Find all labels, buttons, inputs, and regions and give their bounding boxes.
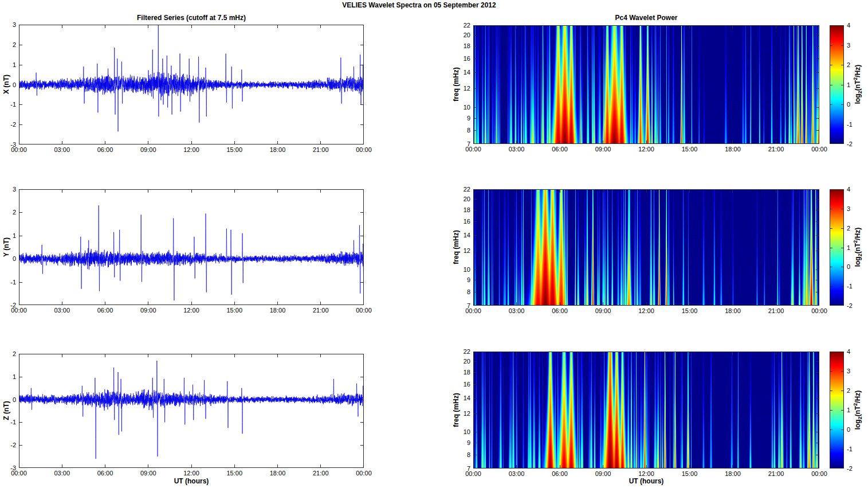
y-tick-label: 16 [464, 55, 470, 61]
y-tick-label: 0 [13, 396, 16, 403]
y-tick-label: 14 [464, 232, 470, 239]
colorbar-tick-label: 4 [847, 186, 850, 193]
x-tick-label: 09:00 [595, 308, 611, 314]
x-tick-label: 00:00 [11, 307, 27, 314]
y-tick-label: -1 [10, 279, 16, 285]
colorbar-tick-label: 2 [847, 62, 850, 68]
y-tick-label: 16 [464, 381, 470, 387]
x-tick-label: 00:00 [356, 147, 372, 153]
x-tick-label: 00:00 [356, 307, 372, 314]
x-tick-label: 12:00 [638, 146, 654, 153]
x-tick-label: 00:00 [356, 470, 372, 477]
x-tick-label: 09:00 [140, 147, 156, 153]
colorbar-tick-label: 2 [847, 388, 850, 394]
y-tick-label: 1 [13, 373, 16, 380]
y-tick-label: 7 [467, 303, 470, 309]
y-tick-label: 2 [13, 351, 16, 357]
colorbar-tick-label: 4 [847, 22, 850, 29]
colorbar-tick-label: 4 [847, 349, 850, 355]
colorbar-tick-label: -1 [847, 283, 853, 290]
colorbar-tick-label: 3 [847, 42, 850, 48]
colorbar-tick-label: 0 [847, 427, 850, 433]
y-tick-label: 18 [464, 369, 470, 375]
y-tick-label: 0 [13, 256, 16, 262]
x-tick-label: 15:00 [682, 146, 698, 153]
x-tick-label: 18:00 [270, 307, 286, 314]
y-tick-label: 14 [464, 395, 470, 401]
colorbar-tick-label: 0 [847, 101, 850, 108]
x-tick-label: 06:00 [552, 471, 568, 477]
z-axis-label-nT: Z (nT) [2, 401, 10, 420]
x-tick-label: 18:00 [725, 471, 741, 477]
y-tick-label: 12 [464, 410, 470, 416]
x-tick-label: 21:00 [768, 146, 784, 153]
x-tick-label: 21:00 [768, 308, 784, 314]
y-tick-label: 9 [467, 440, 470, 446]
freq-axis-label-3: freq (mHz) [452, 393, 460, 427]
y-tick-label: 2 [13, 209, 16, 216]
y-tick-label: 1 [13, 61, 16, 68]
y-tick-label: 16 [464, 218, 470, 225]
x-tick-label: 00:00 [465, 308, 481, 314]
x-tick-label: 09:00 [140, 307, 156, 314]
z-component-timeseries-plot: 00:0003:0006:0009:0012:0015:0018:0021:00… [19, 354, 364, 468]
y-tick-label: 3 [13, 22, 16, 28]
ut-hours-label-right: UT (hours) [473, 477, 819, 485]
y-component-timeseries-plot: 00:0003:0006:0009:0012:0015:0018:0021:00… [19, 189, 364, 305]
colorbar-z: 43210-1-2 [830, 352, 844, 469]
y-tick-label: 10 [464, 266, 470, 272]
x-tick-label: 15:00 [682, 471, 698, 477]
x-tick-label: 06:00 [552, 146, 568, 153]
x-tick-label: 09:00 [595, 146, 611, 153]
y-tick-label: -3 [10, 142, 16, 148]
x-tick-label: 21:00 [768, 471, 784, 477]
x-tick-label: 12:00 [183, 147, 199, 153]
x-tick-label: 15:00 [226, 147, 242, 153]
x-tick-label: 21:00 [313, 470, 329, 477]
colorbar-label-1: log2(nT2/Hz) [853, 65, 863, 104]
x-tick-label: 00:00 [811, 146, 827, 153]
x-tick-label: 09:00 [595, 471, 611, 477]
colorbar-tick-label: -2 [847, 466, 853, 472]
z-timeseries-canvas [19, 354, 364, 468]
x-tick-label: 06:00 [97, 470, 113, 477]
x-component-spectrogram-plot: 00:0003:0006:0009:0012:0015:0018:0021:00… [473, 25, 819, 144]
colorbar-tick-label: 2 [847, 225, 850, 231]
colorbar-tick-label: -2 [847, 303, 853, 309]
x-tick-label: 03:00 [509, 471, 525, 477]
y-tick-label: 22 [464, 186, 470, 193]
x-tick-label: 12:00 [638, 471, 654, 477]
y-tick-label: 18 [464, 206, 470, 213]
colorbar-tick-label: 3 [847, 205, 850, 212]
x-tick-label: 00:00 [811, 471, 827, 477]
y-tick-label: -1 [10, 419, 16, 425]
x-tick-label: 18:00 [270, 470, 286, 477]
x-timeseries-canvas [19, 25, 364, 145]
y-tick-label: 20 [464, 196, 470, 202]
y-tick-label: 8 [467, 452, 470, 458]
x-tick-label: 15:00 [226, 307, 242, 314]
colorbar-x-canvas [830, 25, 844, 144]
x-tick-label: 21:00 [313, 307, 329, 314]
x-tick-label: 06:00 [97, 307, 113, 314]
colorbar-y: 43210-1-2 [830, 189, 844, 306]
colorbar-tick-label: 1 [847, 81, 850, 88]
x-tick-label: 18:00 [725, 308, 741, 314]
colorbar-tick-label: -2 [847, 141, 853, 147]
colorbar-tick-label: 3 [847, 368, 850, 374]
x-tick-label: 15:00 [682, 308, 698, 314]
x-tick-label: 06:00 [552, 308, 568, 314]
colorbar-tick-label: 0 [847, 264, 850, 270]
colorbar-y-canvas [830, 189, 844, 306]
ut-hours-label-left: UT (hours) [19, 477, 364, 485]
y-tick-label: 18 [464, 43, 470, 49]
x-spectrogram-canvas [473, 25, 819, 144]
freq-axis-label-2: freq (mHz) [452, 230, 460, 264]
y-tick-label: 9 [467, 277, 470, 283]
x-tick-label: 12:00 [183, 470, 199, 477]
colorbar-x: 43210-1-2 [830, 25, 844, 144]
y-spectrogram-canvas [473, 189, 819, 306]
y-tick-label: 0 [13, 81, 16, 88]
y-tick-label: -1 [10, 101, 16, 108]
y-tick-label: 12 [464, 85, 470, 91]
